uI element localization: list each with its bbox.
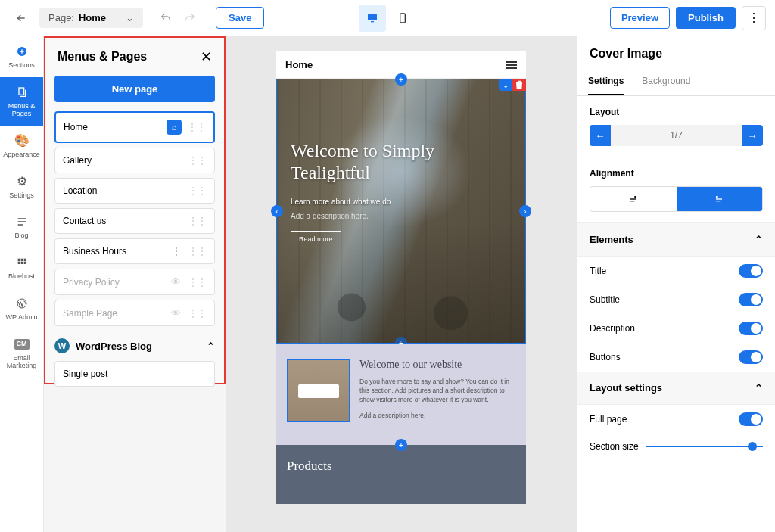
drag-handle-icon[interactable]: ⋮⋮ bbox=[188, 155, 207, 166]
chevron-up-icon: ⌃ bbox=[755, 234, 763, 245]
sidebar-item-bluehost[interactable]: Bluehost bbox=[0, 247, 43, 288]
page-item[interactable]: Business Hours⋮⋮⋮ bbox=[54, 238, 215, 264]
svg-rect-8 bbox=[17, 262, 20, 264]
layout-label: Layout bbox=[590, 107, 763, 117]
page-item[interactable]: Sample Page👁⋮⋮ bbox=[54, 300, 215, 326]
desktop-view-button[interactable] bbox=[359, 5, 386, 32]
svg-rect-16 bbox=[716, 198, 722, 199]
chevron-up-icon: ⌃ bbox=[207, 341, 215, 352]
back-button[interactable] bbox=[9, 6, 33, 30]
pages-icon bbox=[14, 85, 30, 100]
preview-header-title: Home bbox=[285, 59, 313, 70]
hidden-icon: 👁 bbox=[171, 307, 181, 319]
drag-handle-icon[interactable]: ⋮⋮ bbox=[188, 185, 207, 196]
hidden-icon: 👁 bbox=[171, 276, 181, 288]
page-item-single-post[interactable]: Single post bbox=[54, 361, 215, 387]
grid-icon bbox=[14, 255, 30, 270]
products-section[interactable]: Products bbox=[276, 445, 526, 504]
layout-settings-header[interactable]: Layout settings ⌃ bbox=[577, 372, 775, 405]
page-item[interactable]: Contact us⋮⋮ bbox=[54, 208, 215, 234]
section2-title[interactable]: Welcome to our website bbox=[359, 359, 515, 372]
sidebar-item-blog[interactable]: Blog bbox=[0, 207, 43, 247]
toggle-full-page[interactable] bbox=[739, 412, 763, 426]
section2-description[interactable]: Do you have more to say and show? You ca… bbox=[359, 378, 515, 405]
sidebar-item-appearance[interactable]: 🎨 Appearance bbox=[0, 126, 43, 166]
chevron-down-icon: ⌄ bbox=[126, 12, 134, 23]
toggle-buttons-label: Buttons bbox=[590, 352, 621, 362]
page-selector-label: Page: bbox=[48, 12, 74, 23]
chevron-up-icon: ⌃ bbox=[755, 382, 763, 394]
sidebar-item-sections[interactable]: Sections bbox=[0, 36, 43, 77]
section3-title[interactable]: Products bbox=[287, 459, 515, 474]
hero-title[interactable]: Welcome to Simply Tealightful bbox=[291, 140, 512, 184]
layout-counter: 1/7 bbox=[611, 130, 742, 141]
align-left-button[interactable] bbox=[590, 187, 677, 211]
welcome-section[interactable]: Welcome to our website Do you have more … bbox=[276, 344, 526, 445]
more-icon[interactable]: ⋮ bbox=[172, 246, 181, 257]
redo-button[interactable] bbox=[179, 8, 201, 29]
alignment-label: Alignment bbox=[590, 168, 763, 179]
page-item[interactable]: Home⌂⋮⋮ bbox=[54, 111, 215, 143]
svg-rect-14 bbox=[630, 201, 634, 201]
layout-prev-button[interactable]: ← bbox=[590, 125, 611, 146]
svg-rect-7 bbox=[23, 259, 26, 261]
section2-link[interactable]: Add a description here. bbox=[359, 412, 515, 419]
section-image[interactable] bbox=[287, 359, 350, 422]
align-center-button[interactable] bbox=[677, 187, 763, 211]
page-item[interactable]: Location⋮⋮ bbox=[54, 178, 215, 204]
drag-handle-icon[interactable]: ⋮⋮ bbox=[188, 216, 207, 226]
page-selector[interactable]: Page: Home ⌄ bbox=[39, 8, 143, 28]
preview-button[interactable]: Preview bbox=[610, 7, 670, 29]
svg-rect-2 bbox=[400, 14, 406, 23]
undo-button[interactable] bbox=[155, 8, 176, 29]
hero-readmore-button[interactable]: Read more bbox=[291, 231, 341, 247]
section-settings-button[interactable]: ⌄ bbox=[499, 79, 512, 91]
section-size-slider[interactable] bbox=[646, 446, 763, 447]
tab-settings[interactable]: Settings bbox=[588, 68, 624, 95]
drag-handle-icon[interactable]: ⋮⋮ bbox=[188, 308, 207, 319]
canvas: Home ⌄ Welcome to Simply Tealightful Lea… bbox=[226, 36, 577, 532]
svg-rect-9 bbox=[20, 262, 23, 264]
hero-description[interactable]: Add a description here. bbox=[291, 212, 512, 220]
toggle-title[interactable] bbox=[739, 264, 763, 278]
palette-icon: 🎨 bbox=[14, 133, 30, 148]
svg-rect-1 bbox=[371, 21, 374, 22]
drag-handle-icon[interactable]: ⋮⋮ bbox=[188, 246, 207, 257]
svg-rect-4 bbox=[19, 88, 24, 95]
section-delete-button[interactable] bbox=[512, 79, 526, 91]
elements-section-header[interactable]: Elements ⌃ bbox=[577, 223, 775, 257]
layout-next-button[interactable]: → bbox=[742, 125, 763, 146]
svg-rect-5 bbox=[17, 259, 20, 261]
drag-handle-icon[interactable]: ⋮⋮ bbox=[188, 277, 207, 288]
hero-subtitle[interactable]: Learn more about what we do bbox=[291, 198, 512, 206]
panel-title: Menus & Pages bbox=[58, 50, 147, 64]
add-section-button[interactable]: + bbox=[395, 439, 407, 451]
sidebar-item-settings[interactable]: ⚙ Settings bbox=[0, 166, 43, 207]
publish-button[interactable]: Publish bbox=[676, 7, 736, 29]
section-nav-left[interactable]: ‹ bbox=[271, 205, 283, 217]
mobile-view-button[interactable] bbox=[389, 5, 416, 32]
toggle-subtitle[interactable] bbox=[739, 293, 763, 306]
toggle-description-label: Description bbox=[590, 323, 635, 334]
hero-section[interactable]: ⌄ Welcome to Simply Tealightful Learn mo… bbox=[276, 79, 526, 344]
sidebar-item-email-marketing[interactable]: CM Email Marketing bbox=[0, 329, 43, 378]
toggle-description[interactable] bbox=[739, 322, 763, 335]
save-button[interactable]: Save bbox=[216, 7, 264, 29]
section-nav-right[interactable]: › bbox=[519, 205, 531, 217]
hamburger-icon[interactable] bbox=[506, 61, 517, 69]
svg-rect-12 bbox=[634, 196, 636, 198]
tab-background[interactable]: Background bbox=[642, 68, 690, 95]
wordpress-blog-section[interactable]: W WordPress Blog ⌃ bbox=[45, 331, 224, 361]
new-page-button[interactable]: New page bbox=[54, 76, 215, 102]
page-item[interactable]: Gallery⋮⋮ bbox=[54, 148, 215, 173]
svg-rect-6 bbox=[20, 259, 23, 261]
more-menu-button[interactable]: ⋮ bbox=[742, 6, 766, 30]
sidebar-item-menus-pages[interactable]: Menus & Pages bbox=[0, 77, 43, 126]
toggle-buttons[interactable] bbox=[739, 350, 763, 364]
drag-handle-icon[interactable]: ⋮⋮ bbox=[188, 122, 206, 132]
sidebar-item-wpadmin[interactable]: WP Admin bbox=[0, 288, 43, 329]
gear-icon: ⚙ bbox=[14, 174, 30, 189]
inspector-title: Cover Image bbox=[577, 36, 775, 68]
close-icon[interactable]: ✕ bbox=[201, 48, 212, 65]
page-item[interactable]: Privacy Policy👁⋮⋮ bbox=[54, 269, 215, 295]
